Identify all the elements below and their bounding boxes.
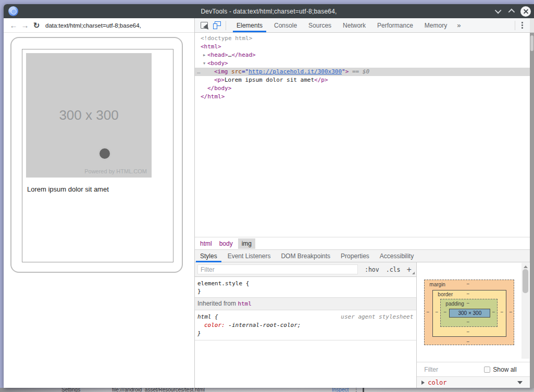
rendered-page: 300 x 300 Powered by HTML.COM Lorem ipsu…	[22, 49, 173, 262]
window-titlebar[interactable]: DevTools - data:text/html;charset=utf-8;…	[4, 4, 534, 18]
user-agent-rule[interactable]: html { user agent stylesheet color: -int…	[195, 310, 416, 340]
placeholder-circle	[98, 147, 111, 160]
forward-icon[interactable]: →	[19, 21, 31, 30]
devtools-window: DevTools - data:text/html;charset=utf-8;…	[4, 4, 534, 388]
tab-memory[interactable]: Memory	[419, 18, 453, 32]
tab-accessibility[interactable]: Accessibility	[375, 250, 419, 262]
tab-network[interactable]: Network	[337, 18, 371, 32]
dom-html-close[interactable]: </html>	[195, 93, 530, 101]
border-right-value[interactable]: −	[499, 309, 504, 315]
margin-top-value[interactable]: −	[465, 281, 470, 287]
css-property-value[interactable]: -internal-root-color;	[225, 322, 301, 328]
toggle-class-button[interactable]: .cls	[386, 266, 401, 273]
breadcrumb-html[interactable]: html	[198, 240, 214, 247]
toolbar-separator	[226, 21, 226, 30]
inherited-node-link[interactable]: html	[238, 300, 252, 307]
dom-doctype[interactable]: <!doctype html>	[195, 34, 530, 43]
expand-icon[interactable]: ▶	[202, 51, 207, 59]
elements-tree: <!doctype html> <html> ▶<head>…</head> ▼…	[195, 33, 530, 237]
tab-properties[interactable]: Properties	[336, 250, 375, 262]
toggle-hover-state-button[interactable]: :hov	[365, 266, 379, 273]
padding-bottom-value[interactable]: −	[465, 319, 470, 325]
close-icon[interactable]	[520, 6, 531, 17]
border-bottom-value[interactable]: −	[465, 329, 470, 335]
taskbar-divider	[363, 388, 364, 392]
devtools-toolbar: Elements Console Sources Network Perform…	[195, 18, 530, 33]
new-style-rule-button[interactable]: +	[406, 265, 411, 274]
collapse-icon[interactable]: ▼	[202, 59, 207, 68]
node-menu-icon[interactable]: …	[197, 68, 200, 76]
selected-node-marker: == $0	[349, 68, 369, 75]
show-all-checkbox[interactable]	[484, 366, 490, 373]
toolbar-separator	[515, 21, 515, 30]
styles-filter-input[interactable]	[197, 264, 358, 274]
placeholder-image[interactable]: 300 x 300 Powered by HTML.COM	[26, 53, 152, 178]
maximize-icon[interactable]	[508, 9, 515, 16]
background-taskbar: Settings file:///android_asset/Resources…	[0, 388, 534, 392]
browser-viewport: 300 x 300 Powered by HTML.COM Lorem ipsu…	[4, 33, 194, 388]
tab-console[interactable]: Console	[268, 18, 303, 32]
margin-right-value[interactable]: −	[508, 309, 513, 315]
tab-event-listeners[interactable]: Event Listeners	[222, 250, 276, 262]
more-tabs-icon[interactable]: »	[453, 21, 465, 29]
box-model-content: 300 × 300	[449, 309, 490, 318]
browser-pane: ← → ↻ 300 x 300 Powered by HTML.COM Lore…	[4, 18, 194, 388]
element-style-rule[interactable]: element.style { }	[195, 277, 416, 298]
dom-body-close[interactable]: </body>	[195, 84, 530, 93]
padding-right-value[interactable]: −	[491, 309, 496, 315]
breadcrumb-img[interactable]: img	[238, 238, 255, 249]
url-bar[interactable]	[45, 20, 190, 31]
border-label: border	[438, 292, 453, 297]
device-toolbar-icon[interactable]	[213, 21, 221, 29]
show-all-toggle[interactable]: Show all	[484, 366, 516, 373]
back-icon[interactable]: ←	[8, 21, 19, 30]
css-property-name[interactable]: color:	[204, 322, 225, 328]
styles-filter-row: :hov .cls +	[195, 262, 416, 277]
show-all-label: Show all	[493, 366, 516, 373]
padding-top-value[interactable]: −	[465, 300, 470, 306]
tab-dom-breakpoints[interactable]: DOM Breakpoints	[276, 250, 336, 262]
dom-html-open[interactable]: <html>	[195, 43, 530, 51]
computed-filter-input[interactable]	[424, 366, 479, 373]
padding-label: padding	[445, 301, 464, 307]
taskbar-settings[interactable]: Settings	[61, 388, 80, 392]
attr-url-link[interactable]: http://placehold.it/300x300	[249, 68, 342, 75]
tab-elements[interactable]: Elements	[231, 18, 268, 32]
page-paragraph: Lorem ipsum dolor sit amet	[27, 185, 109, 193]
border-top-value[interactable]: −	[465, 291, 470, 297]
scrollbar-track[interactable]	[530, 33, 534, 388]
devtools-menu-icon[interactable]	[521, 22, 524, 29]
computed-color-section[interactable]: color	[417, 376, 530, 388]
border-left-value[interactable]: −	[434, 309, 439, 315]
taskbar-kebab-icon[interactable]: ⋮	[354, 388, 359, 392]
taskbar-inspect-link[interactable]: Inspect	[332, 388, 349, 392]
dom-head[interactable]: ▶<head>…</head>	[195, 51, 530, 59]
padding-left-value[interactable]: −	[442, 309, 448, 315]
devtools-pane: Elements Console Sources Network Perform…	[194, 18, 530, 388]
margin-bottom-value[interactable]: −	[465, 339, 470, 345]
scrollbar-thumb[interactable]	[530, 35, 533, 51]
expand-icon[interactable]	[421, 381, 425, 385]
dom-body-open[interactable]: ▼<body>	[195, 59, 530, 68]
computed-pane: 300 × 300 margin border padding − − − − …	[417, 262, 530, 388]
inherited-from-bar: Inherited from html	[195, 298, 416, 310]
computed-scrollbar[interactable]	[521, 263, 529, 359]
dom-paragraph[interactable]: <p>Lorem ipsum dolor sit amet</p>	[195, 76, 530, 84]
breadcrumb-body[interactable]: body	[217, 240, 235, 247]
chevron-down-icon[interactable]	[517, 381, 523, 384]
dom-img-selected[interactable]: …<img src="http://placehold.it/300x300">…	[195, 68, 530, 76]
placeholder-credit: Powered by HTML.COM	[84, 168, 147, 174]
sidebar-tabs: Styles Event Listeners DOM Breakpoints P…	[195, 249, 530, 262]
scroll-up-icon[interactable]	[524, 265, 528, 268]
reload-icon[interactable]: ↻	[31, 21, 42, 30]
window-scrollbar	[530, 18, 534, 388]
inspect-element-icon[interactable]	[201, 22, 208, 29]
tab-sources[interactable]: Sources	[303, 18, 337, 32]
margin-left-value[interactable]: −	[425, 309, 430, 315]
window-title: DevTools - data:text/html;charset=utf-8;…	[4, 8, 534, 15]
scrollbar-thumb[interactable]	[523, 269, 528, 293]
taskbar-file-path: file:///android_asset/Resources/test.htm…	[112, 388, 205, 392]
stylesheet-origin: user agent stylesheet	[341, 313, 413, 321]
tab-styles[interactable]: Styles	[195, 250, 222, 262]
tab-performance[interactable]: Performance	[371, 18, 419, 32]
